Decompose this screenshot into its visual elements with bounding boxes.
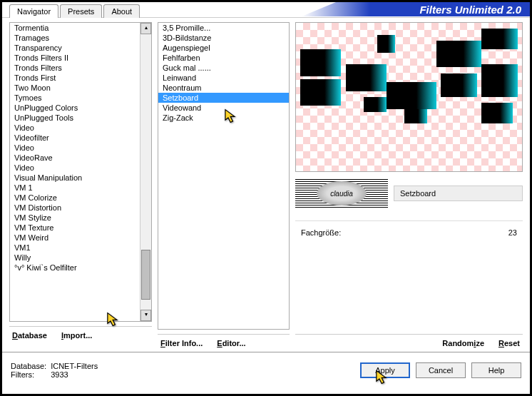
footer-buttons: Apply Cancel Help bbox=[360, 362, 521, 378]
apply-button[interactable]: Apply bbox=[360, 362, 410, 378]
tab-presets[interactable]: Presets bbox=[60, 4, 102, 18]
footer: Database: ICNET-Filters Filters: 3933 Ap… bbox=[2, 352, 530, 387]
filter-item[interactable]: Leinwand bbox=[158, 73, 289, 83]
category-item[interactable]: VM 1 bbox=[10, 183, 140, 193]
category-item[interactable]: Tramages bbox=[10, 33, 140, 43]
category-column: TormentiaTramagesTransparencyTronds Filt… bbox=[9, 22, 152, 352]
db-value: ICNET-Filters bbox=[51, 362, 98, 370]
filter-item[interactable]: Fehlfarben bbox=[158, 53, 289, 63]
category-item[interactable]: UnPlugged Tools bbox=[10, 113, 140, 123]
cancel-button[interactable]: Cancel bbox=[416, 362, 466, 378]
parameter-area: Fachgröße:23 bbox=[295, 220, 523, 238]
preview-column: claudia Setzboard Fachgröße:23 Randomize… bbox=[295, 22, 523, 352]
filter-item[interactable]: Guck mal ...... bbox=[158, 63, 289, 73]
filter-info-button[interactable]: Filter Info... bbox=[160, 339, 203, 347]
filter-toolbar: Filter Info... Editor... bbox=[158, 334, 290, 352]
category-item[interactable]: Video bbox=[10, 123, 140, 133]
category-item[interactable]: VideoRave bbox=[10, 153, 140, 163]
category-item[interactable]: Video bbox=[10, 163, 140, 173]
param-value: 23 bbox=[508, 228, 517, 237]
category-item[interactable]: Video bbox=[10, 143, 140, 153]
title-strip: Filters Unlimited 2.0 bbox=[302, 2, 530, 16]
filter-item[interactable]: Videowand bbox=[158, 103, 289, 113]
scroll-up-button[interactable]: ▴ bbox=[140, 23, 151, 34]
category-list[interactable]: TormentiaTramagesTransparencyTronds Filt… bbox=[10, 23, 140, 321]
category-item[interactable]: VM Texture bbox=[10, 223, 140, 233]
filter-list[interactable]: 3,5 Promille...3D-BildstanzeAugenspiegel… bbox=[158, 22, 290, 330]
selected-filter-name: Setzboard bbox=[394, 186, 523, 201]
help-button[interactable]: Help bbox=[471, 362, 521, 378]
import-button[interactable]: Import... bbox=[61, 331, 92, 340]
category-item[interactable]: °v° Kiwi`s Oelfilter bbox=[10, 263, 140, 273]
category-item[interactable]: Tronds Filters II bbox=[10, 53, 140, 63]
author-badge: claudia bbox=[295, 179, 388, 208]
database-button[interactable]: Database bbox=[12, 331, 47, 340]
reset-button[interactable]: Reset bbox=[498, 339, 520, 347]
category-item[interactable]: Tronds Filters bbox=[10, 63, 140, 73]
main-area: TormentiaTramagesTransparencyTronds Filt… bbox=[2, 18, 530, 352]
category-item[interactable]: Willy bbox=[10, 253, 140, 263]
category-item[interactable]: Two Moon bbox=[10, 83, 140, 93]
category-item[interactable]: Tymoes bbox=[10, 93, 140, 103]
footer-info: Database: ICNET-Filters Filters: 3933 bbox=[11, 362, 98, 379]
filter-column: 3,5 Promille...3D-BildstanzeAugenspiegel… bbox=[158, 22, 290, 352]
randomize-button[interactable]: Randomize bbox=[442, 339, 484, 347]
filter-item[interactable]: Zig-Zack bbox=[158, 113, 289, 123]
tab-strip: NavigatorPresetsAbout bbox=[2, 2, 141, 18]
scroll-thumb[interactable] bbox=[141, 250, 150, 299]
preview-graphic bbox=[296, 23, 522, 171]
filter-item[interactable]: Setzboard bbox=[158, 93, 289, 103]
preview-pane bbox=[295, 22, 523, 172]
editor-button[interactable]: Editor... bbox=[217, 339, 245, 347]
tab-about[interactable]: About bbox=[103, 4, 140, 18]
category-item[interactable]: VM Colorize bbox=[10, 193, 140, 203]
filter-item[interactable]: 3,5 Promille... bbox=[158, 23, 289, 33]
category-item[interactable]: VM Distortion bbox=[10, 203, 140, 213]
category-item[interactable]: VM Weird bbox=[10, 233, 140, 243]
category-item[interactable]: Tronds First bbox=[10, 73, 140, 83]
category-toolbar: Database Import... bbox=[9, 326, 152, 344]
scrollbar[interactable]: ▴ ▾ bbox=[140, 23, 151, 321]
filters-count-label: Filters: bbox=[11, 370, 46, 379]
filter-item[interactable]: 3D-Bildstanze bbox=[158, 33, 289, 43]
category-item[interactable]: Transparency bbox=[10, 43, 140, 53]
category-item[interactable]: Visual Manipulation bbox=[10, 173, 140, 183]
param-row[interactable]: Fachgröße:23 bbox=[295, 227, 523, 238]
filter-item[interactable]: Augenspiegel bbox=[158, 43, 289, 53]
category-item[interactable]: VM Stylize bbox=[10, 213, 140, 223]
filter-title-row: claudia Setzboard bbox=[295, 179, 523, 208]
tab-navigator[interactable]: Navigator bbox=[9, 4, 58, 18]
category-item[interactable]: Videofilter bbox=[10, 133, 140, 143]
category-item[interactable]: VM1 bbox=[10, 243, 140, 253]
db-label: Database: bbox=[11, 362, 46, 370]
filters-count-value: 3933 bbox=[51, 370, 98, 379]
header: NavigatorPresetsAbout Filters Unlimited … bbox=[2, 2, 530, 18]
filter-item[interactable]: Neontraum bbox=[158, 83, 289, 93]
app-title: Filters Unlimited 2.0 bbox=[419, 4, 521, 16]
preview-toolbar: Randomize Reset bbox=[295, 334, 523, 352]
param-label: Fachgröße: bbox=[301, 228, 341, 237]
scroll-down-button[interactable]: ▾ bbox=[140, 310, 151, 321]
category-item[interactable]: UnPlugged Colors bbox=[10, 103, 140, 113]
badge-text: claudia bbox=[330, 190, 353, 198]
category-item[interactable]: Tormentia bbox=[10, 23, 140, 33]
